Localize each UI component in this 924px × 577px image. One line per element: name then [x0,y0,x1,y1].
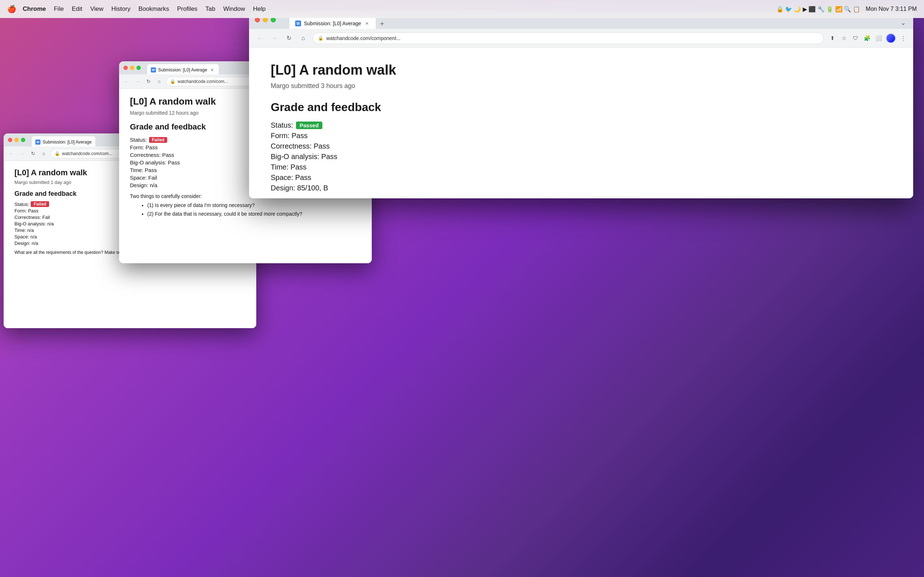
status-badge-mid: Failed [149,137,168,143]
minimize-button-front[interactable] [263,17,268,23]
tab-mid[interactable]: W Submission: [L0] Average ✕ [147,64,219,74]
traffic-lights-front [255,17,276,23]
menu-edit[interactable]: Edit [72,5,82,13]
menu-bookmarks[interactable]: Bookmarks [138,5,169,13]
split-view-icon[interactable]: ⬜ [874,34,883,43]
lock-icon-back2: 🔒 [55,151,60,156]
minimize-button-back2[interactable] [15,138,19,142]
profile-avatar[interactable] [886,33,896,43]
system-icons: 🔒 🐦 🌙 ▶ ⬛ 🔧 🔋 📶 🔍 📋 [776,6,860,13]
home-button-front[interactable]: ⌂ [298,33,308,43]
design-line-front: Design: 85/100, B [271,184,892,192]
page-title-front: [L0] A random walk [271,62,892,79]
menu-file[interactable]: File [54,5,63,13]
url-text-back2: watchandcode.com/com... [62,151,112,156]
tab-label-back2: Submission: [L0] Average [43,140,92,145]
home-button-back2[interactable]: ⌂ [40,150,48,158]
feedback-bullets-front: [-15] The approach is still conceptually… [281,198,892,198]
back-button-back2[interactable]: ← [7,150,15,158]
back-button-mid[interactable]: ← [123,77,131,85]
lock-icon-mid: 🔒 [170,79,175,84]
traffic-lights-back2 [8,138,25,142]
menu-tab[interactable]: Tab [205,5,215,13]
toolbar-icons-front: ⬆ ☆ 🛡 🧩 ⬜ ⋮ [828,33,908,43]
reload-button-back2[interactable]: ↻ [29,150,37,158]
url-text-front: watchandcode.com/component... [326,35,400,41]
tab-favicon-front: W [295,21,301,26]
tab-label-mid: Submission: [L0] Average [158,68,207,73]
status-badge-back2: Failed [31,201,49,207]
bullet-2-mid: (2) For the data that is necessary, coul… [147,211,361,218]
menu-icon[interactable]: ⋮ [899,34,908,43]
address-bar-front: ← → ↻ ⌂ 🔒 watchandcode.com/component... … [249,29,913,48]
apple-menu[interactable]: 🍎 [7,5,16,13]
tab-favicon-mid: W [151,68,156,73]
reload-button-mid[interactable]: ↻ [144,77,152,85]
submitted-front: Margo submitted 3 hours ago [271,82,892,90]
app-name[interactable]: Chrome [23,5,46,13]
menu-profiles[interactable]: Profiles [177,5,197,13]
url-bar-front[interactable]: 🔒 watchandcode.com/component... [313,32,824,44]
status-line-front: Status: Passed [271,121,892,129]
desktop: 🍎 Chrome File Edit View History Bookmark… [0,0,924,577]
status-badge-front: Passed [296,121,322,129]
home-button-mid[interactable]: ⌂ [155,77,163,85]
close-button-front[interactable] [255,17,260,23]
puzzle-icon[interactable]: 🧩 [863,34,871,43]
minimize-button-mid[interactable] [130,66,134,70]
new-tab-button[interactable]: + [377,19,387,29]
bookmark-icon[interactable]: ☆ [840,34,848,43]
lock-icon-front: 🔒 [318,36,323,41]
correctness-line-front: Correctness: Pass [271,142,892,150]
forward-button-front[interactable]: → [269,33,279,43]
bigo-line-front: Big-O analysis: Pass [271,153,892,161]
clock: Mon Nov 7 3:11 PM [866,6,917,12]
feedback-bullets-mid: (1) Is every piece of data I'm storing n… [139,202,361,218]
tab-close-front[interactable]: ✕ [364,21,370,26]
maximize-button-front[interactable] [271,17,276,23]
menu-history[interactable]: History [111,5,130,13]
close-button-mid[interactable] [123,66,128,70]
menu-view[interactable]: View [90,5,103,13]
bullet-1-mid: (1) Is every piece of data I'm storing n… [147,202,361,209]
bullet-1-front: [-15] The approach is still conceptually… [292,198,892,198]
reload-button-front[interactable]: ↻ [284,33,294,43]
close-button-back2[interactable] [8,138,12,142]
tab-expand-button[interactable]: ⌄ [901,19,906,29]
menubar-right: 🔒 🐦 🌙 ▶ ⬛ 🔧 🔋 📶 🔍 📋 Mon Nov 7 3:11 PM [776,6,917,13]
forward-button-back2[interactable]: → [18,150,26,158]
url-text-mid: watchandcode.com/com... [178,79,228,84]
extensions-icon[interactable]: 🛡 [851,34,860,43]
menu-window[interactable]: Window [223,5,245,13]
share-icon[interactable]: ⬆ [828,34,837,43]
back-button-front[interactable]: ← [255,33,265,43]
section-title-front: Grade and feedback [271,101,892,114]
tab-close-mid[interactable]: ✕ [209,67,215,73]
page-content-front: [L0] A random walk Margo submitted 3 hou… [249,48,913,198]
browser-window-front: W Submission: [L0] Average ✕ + ⌄ ← → ↻ ⌂… [249,11,913,198]
traffic-lights-mid [123,66,141,70]
maximize-button-back2[interactable] [21,138,25,142]
time-line-front: Time: Pass [271,163,892,171]
menu-help[interactable]: Help [253,5,266,13]
tab-back2[interactable]: W Submission: [L0] Average [32,136,95,147]
form-line-front: Form: Pass [271,132,892,140]
forward-button-mid[interactable]: → [134,77,142,85]
maximize-button-mid[interactable] [136,66,141,70]
tab-favicon-back2: W [36,140,40,145]
tab-label-front: Submission: [L0] Average [304,21,361,26]
menubar: 🍎 Chrome File Edit View History Bookmark… [0,0,924,18]
space-line-front: Space: Pass [271,174,892,182]
